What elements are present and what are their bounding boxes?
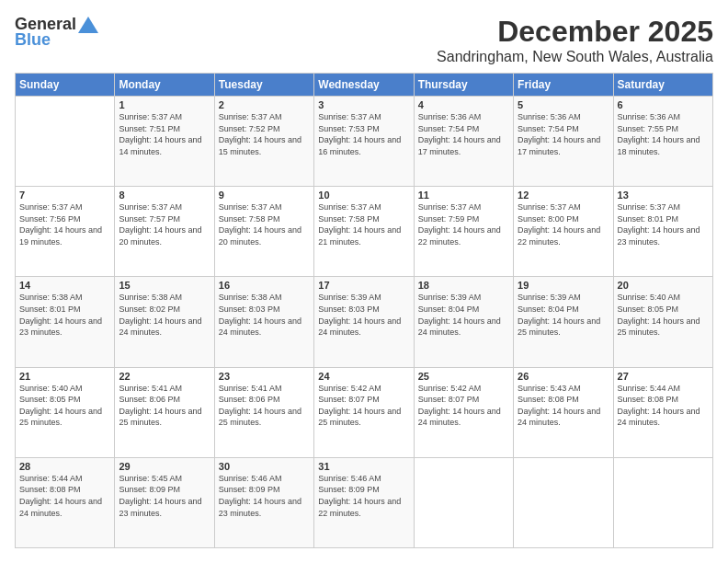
day-info: Sunrise: 5:40 AM Sunset: 8:05 PM Dayligh… xyxy=(19,383,110,429)
day-cell: 2Sunrise: 5:37 AM Sunset: 7:52 PM Daylig… xyxy=(214,97,313,187)
day-info: Sunrise: 5:37 AM Sunset: 7:59 PM Dayligh… xyxy=(418,201,509,247)
day-cell: 15Sunrise: 5:38 AM Sunset: 8:02 PM Dayli… xyxy=(115,277,214,367)
day-cell: 17Sunrise: 5:39 AM Sunset: 8:03 PM Dayli… xyxy=(314,277,414,367)
day-cell: 20Sunrise: 5:40 AM Sunset: 8:05 PM Dayli… xyxy=(613,277,712,367)
week-row-4: 21Sunrise: 5:40 AM Sunset: 8:05 PM Dayli… xyxy=(16,367,713,457)
svg-marker-0 xyxy=(78,17,98,33)
day-number: 11 xyxy=(418,190,509,201)
day-info: Sunrise: 5:39 AM Sunset: 8:04 PM Dayligh… xyxy=(418,292,509,338)
day-info: Sunrise: 5:37 AM Sunset: 7:53 PM Dayligh… xyxy=(318,111,409,157)
day-number: 18 xyxy=(418,280,509,291)
day-info: Sunrise: 5:36 AM Sunset: 7:54 PM Dayligh… xyxy=(418,111,509,157)
day-info: Sunrise: 5:46 AM Sunset: 8:09 PM Dayligh… xyxy=(219,473,310,519)
day-number: 16 xyxy=(219,280,310,291)
week-row-1: 1Sunrise: 5:37 AM Sunset: 7:51 PM Daylig… xyxy=(16,97,713,187)
day-info: Sunrise: 5:42 AM Sunset: 8:07 PM Dayligh… xyxy=(418,383,509,429)
week-row-5: 28Sunrise: 5:44 AM Sunset: 8:08 PM Dayli… xyxy=(16,457,713,547)
day-info: Sunrise: 5:37 AM Sunset: 8:01 PM Dayligh… xyxy=(618,201,709,247)
weekday-wednesday: Wednesday xyxy=(314,74,414,97)
day-info: Sunrise: 5:41 AM Sunset: 8:06 PM Dayligh… xyxy=(219,383,310,429)
day-info: Sunrise: 5:42 AM Sunset: 8:07 PM Dayligh… xyxy=(318,383,409,429)
day-info: Sunrise: 5:41 AM Sunset: 8:06 PM Dayligh… xyxy=(119,383,210,429)
day-number: 1 xyxy=(119,99,210,110)
logo-icon xyxy=(78,17,98,33)
day-number: 26 xyxy=(518,371,609,382)
day-cell: 7Sunrise: 5:37 AM Sunset: 7:56 PM Daylig… xyxy=(16,187,115,277)
day-cell xyxy=(514,457,613,547)
day-cell: 28Sunrise: 5:44 AM Sunset: 8:08 PM Dayli… xyxy=(16,457,115,547)
day-cell: 4Sunrise: 5:36 AM Sunset: 7:54 PM Daylig… xyxy=(414,97,513,187)
calendar-table: SundayMondayTuesdayWednesdayThursdayFrid… xyxy=(15,73,713,548)
weekday-header-row: SundayMondayTuesdayWednesdayThursdayFrid… xyxy=(16,74,713,97)
day-cell: 22Sunrise: 5:41 AM Sunset: 8:06 PM Dayli… xyxy=(115,367,214,457)
day-number: 20 xyxy=(618,280,709,291)
day-cell: 31Sunrise: 5:46 AM Sunset: 8:09 PM Dayli… xyxy=(314,457,414,547)
day-cell: 27Sunrise: 5:44 AM Sunset: 8:08 PM Dayli… xyxy=(613,367,712,457)
weekday-saturday: Saturday xyxy=(613,74,712,97)
day-number: 2 xyxy=(219,99,310,110)
week-row-2: 7Sunrise: 5:37 AM Sunset: 7:56 PM Daylig… xyxy=(16,187,713,277)
day-number: 5 xyxy=(518,99,609,110)
day-number: 6 xyxy=(618,99,709,110)
logo: General Blue xyxy=(15,15,98,50)
logo-blue: Blue xyxy=(15,30,51,50)
day-info: Sunrise: 5:38 AM Sunset: 8:03 PM Dayligh… xyxy=(219,292,310,338)
day-info: Sunrise: 5:45 AM Sunset: 8:09 PM Dayligh… xyxy=(119,473,210,519)
day-number: 27 xyxy=(618,371,709,382)
day-cell: 8Sunrise: 5:37 AM Sunset: 7:57 PM Daylig… xyxy=(115,187,214,277)
day-number: 9 xyxy=(219,190,310,201)
day-number: 24 xyxy=(318,371,409,382)
weekday-sunday: Sunday xyxy=(16,74,115,97)
weekday-tuesday: Tuesday xyxy=(214,74,313,97)
day-cell: 23Sunrise: 5:41 AM Sunset: 8:06 PM Dayli… xyxy=(214,367,313,457)
day-info: Sunrise: 5:40 AM Sunset: 8:05 PM Dayligh… xyxy=(618,292,709,338)
calendar-subtitle: Sandringham, New South Wales, Australia xyxy=(437,49,713,65)
day-info: Sunrise: 5:43 AM Sunset: 8:08 PM Dayligh… xyxy=(518,383,609,429)
day-number: 22 xyxy=(119,371,210,382)
day-cell: 14Sunrise: 5:38 AM Sunset: 8:01 PM Dayli… xyxy=(16,277,115,367)
day-cell: 18Sunrise: 5:39 AM Sunset: 8:04 PM Dayli… xyxy=(414,277,513,367)
day-cell: 3Sunrise: 5:37 AM Sunset: 7:53 PM Daylig… xyxy=(314,97,414,187)
day-cell xyxy=(414,457,513,547)
day-number: 17 xyxy=(318,280,409,291)
day-info: Sunrise: 5:44 AM Sunset: 8:08 PM Dayligh… xyxy=(618,383,709,429)
day-number: 12 xyxy=(518,190,609,201)
day-info: Sunrise: 5:37 AM Sunset: 7:51 PM Dayligh… xyxy=(119,111,210,157)
day-cell: 13Sunrise: 5:37 AM Sunset: 8:01 PM Dayli… xyxy=(613,187,712,277)
calendar-page: General Blue December 2025 Sandringham, … xyxy=(0,0,728,563)
day-info: Sunrise: 5:37 AM Sunset: 7:58 PM Dayligh… xyxy=(219,201,310,247)
day-info: Sunrise: 5:36 AM Sunset: 7:54 PM Dayligh… xyxy=(518,111,609,157)
day-cell xyxy=(16,97,115,187)
day-info: Sunrise: 5:37 AM Sunset: 7:57 PM Dayligh… xyxy=(119,201,210,247)
day-cell: 11Sunrise: 5:37 AM Sunset: 7:59 PM Dayli… xyxy=(414,187,513,277)
day-cell: 24Sunrise: 5:42 AM Sunset: 8:07 PM Dayli… xyxy=(314,367,414,457)
day-cell xyxy=(613,457,712,547)
day-info: Sunrise: 5:38 AM Sunset: 8:01 PM Dayligh… xyxy=(19,292,110,338)
day-info: Sunrise: 5:39 AM Sunset: 8:03 PM Dayligh… xyxy=(318,292,409,338)
day-cell: 6Sunrise: 5:36 AM Sunset: 7:55 PM Daylig… xyxy=(613,97,712,187)
day-number: 25 xyxy=(418,371,509,382)
day-info: Sunrise: 5:36 AM Sunset: 7:55 PM Dayligh… xyxy=(618,111,709,157)
day-number: 21 xyxy=(19,371,110,382)
day-cell: 30Sunrise: 5:46 AM Sunset: 8:09 PM Dayli… xyxy=(214,457,313,547)
weekday-monday: Monday xyxy=(115,74,214,97)
day-info: Sunrise: 5:37 AM Sunset: 7:58 PM Dayligh… xyxy=(318,201,409,247)
day-cell: 21Sunrise: 5:40 AM Sunset: 8:05 PM Dayli… xyxy=(16,367,115,457)
day-number: 29 xyxy=(119,461,210,472)
day-number: 31 xyxy=(318,461,409,472)
day-number: 4 xyxy=(418,99,509,110)
day-info: Sunrise: 5:46 AM Sunset: 8:09 PM Dayligh… xyxy=(318,473,409,519)
day-number: 28 xyxy=(19,461,110,472)
day-cell: 5Sunrise: 5:36 AM Sunset: 7:54 PM Daylig… xyxy=(514,97,613,187)
weekday-friday: Friday xyxy=(514,74,613,97)
day-number: 19 xyxy=(518,280,609,291)
header: General Blue December 2025 Sandringham, … xyxy=(15,15,713,65)
day-info: Sunrise: 5:39 AM Sunset: 8:04 PM Dayligh… xyxy=(518,292,609,338)
day-number: 30 xyxy=(219,461,310,472)
day-cell: 25Sunrise: 5:42 AM Sunset: 8:07 PM Dayli… xyxy=(414,367,513,457)
day-number: 13 xyxy=(618,190,709,201)
day-number: 8 xyxy=(119,190,210,201)
day-number: 7 xyxy=(19,190,110,201)
day-info: Sunrise: 5:37 AM Sunset: 7:56 PM Dayligh… xyxy=(19,201,110,247)
day-cell: 19Sunrise: 5:39 AM Sunset: 8:04 PM Dayli… xyxy=(514,277,613,367)
